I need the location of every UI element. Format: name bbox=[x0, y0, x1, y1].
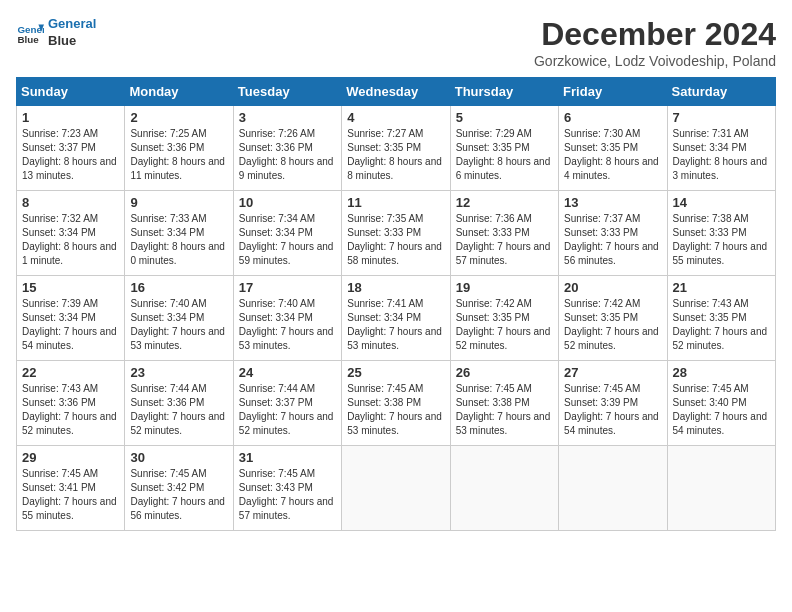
day-number: 17 bbox=[239, 280, 336, 295]
calendar-cell: 28Sunrise: 7:45 AMSunset: 3:40 PMDayligh… bbox=[667, 361, 775, 446]
day-info: Sunrise: 7:45 AMSunset: 3:39 PMDaylight:… bbox=[564, 382, 661, 438]
day-info: Sunrise: 7:34 AMSunset: 3:34 PMDaylight:… bbox=[239, 212, 336, 268]
logo-icon: General Blue bbox=[16, 19, 44, 47]
day-header-friday: Friday bbox=[559, 78, 667, 106]
day-info: Sunrise: 7:35 AMSunset: 3:33 PMDaylight:… bbox=[347, 212, 444, 268]
day-number: 9 bbox=[130, 195, 227, 210]
day-number: 26 bbox=[456, 365, 553, 380]
calendar-cell: 27Sunrise: 7:45 AMSunset: 3:39 PMDayligh… bbox=[559, 361, 667, 446]
calendar-cell: 14Sunrise: 7:38 AMSunset: 3:33 PMDayligh… bbox=[667, 191, 775, 276]
calendar-cell: 4Sunrise: 7:27 AMSunset: 3:35 PMDaylight… bbox=[342, 106, 450, 191]
day-header-thursday: Thursday bbox=[450, 78, 558, 106]
calendar-cell: 7Sunrise: 7:31 AMSunset: 3:34 PMDaylight… bbox=[667, 106, 775, 191]
day-number: 14 bbox=[673, 195, 770, 210]
day-info: Sunrise: 7:40 AMSunset: 3:34 PMDaylight:… bbox=[239, 297, 336, 353]
calendar-cell: 10Sunrise: 7:34 AMSunset: 3:34 PMDayligh… bbox=[233, 191, 341, 276]
svg-text:Blue: Blue bbox=[17, 34, 39, 45]
calendar-cell: 6Sunrise: 7:30 AMSunset: 3:35 PMDaylight… bbox=[559, 106, 667, 191]
day-number: 13 bbox=[564, 195, 661, 210]
calendar-cell: 5Sunrise: 7:29 AMSunset: 3:35 PMDaylight… bbox=[450, 106, 558, 191]
header-row: SundayMondayTuesdayWednesdayThursdayFrid… bbox=[17, 78, 776, 106]
day-number: 5 bbox=[456, 110, 553, 125]
day-number: 8 bbox=[22, 195, 119, 210]
day-info: Sunrise: 7:37 AMSunset: 3:33 PMDaylight:… bbox=[564, 212, 661, 268]
day-info: Sunrise: 7:33 AMSunset: 3:34 PMDaylight:… bbox=[130, 212, 227, 268]
day-number: 23 bbox=[130, 365, 227, 380]
day-header-monday: Monday bbox=[125, 78, 233, 106]
day-info: Sunrise: 7:42 AMSunset: 3:35 PMDaylight:… bbox=[564, 297, 661, 353]
day-number: 12 bbox=[456, 195, 553, 210]
day-number: 16 bbox=[130, 280, 227, 295]
calendar-cell: 15Sunrise: 7:39 AMSunset: 3:34 PMDayligh… bbox=[17, 276, 125, 361]
day-number: 11 bbox=[347, 195, 444, 210]
calendar-cell: 29Sunrise: 7:45 AMSunset: 3:41 PMDayligh… bbox=[17, 446, 125, 531]
day-info: Sunrise: 7:45 AMSunset: 3:38 PMDaylight:… bbox=[456, 382, 553, 438]
day-number: 22 bbox=[22, 365, 119, 380]
calendar-cell: 1Sunrise: 7:23 AMSunset: 3:37 PMDaylight… bbox=[17, 106, 125, 191]
day-info: Sunrise: 7:41 AMSunset: 3:34 PMDaylight:… bbox=[347, 297, 444, 353]
logo: General Blue General Blue bbox=[16, 16, 96, 50]
day-info: Sunrise: 7:32 AMSunset: 3:34 PMDaylight:… bbox=[22, 212, 119, 268]
day-header-saturday: Saturday bbox=[667, 78, 775, 106]
calendar-cell: 3Sunrise: 7:26 AMSunset: 3:36 PMDaylight… bbox=[233, 106, 341, 191]
calendar-cell: 13Sunrise: 7:37 AMSunset: 3:33 PMDayligh… bbox=[559, 191, 667, 276]
calendar-cell bbox=[667, 446, 775, 531]
day-number: 27 bbox=[564, 365, 661, 380]
day-info: Sunrise: 7:36 AMSunset: 3:33 PMDaylight:… bbox=[456, 212, 553, 268]
month-title: December 2024 bbox=[534, 16, 776, 53]
day-info: Sunrise: 7:44 AMSunset: 3:36 PMDaylight:… bbox=[130, 382, 227, 438]
day-info: Sunrise: 7:25 AMSunset: 3:36 PMDaylight:… bbox=[130, 127, 227, 183]
day-number: 1 bbox=[22, 110, 119, 125]
calendar-cell: 8Sunrise: 7:32 AMSunset: 3:34 PMDaylight… bbox=[17, 191, 125, 276]
day-number: 4 bbox=[347, 110, 444, 125]
day-info: Sunrise: 7:40 AMSunset: 3:34 PMDaylight:… bbox=[130, 297, 227, 353]
title-area: December 2024 Gorzkowice, Lodz Voivodesh… bbox=[534, 16, 776, 69]
calendar-cell: 2Sunrise: 7:25 AMSunset: 3:36 PMDaylight… bbox=[125, 106, 233, 191]
calendar-cell: 17Sunrise: 7:40 AMSunset: 3:34 PMDayligh… bbox=[233, 276, 341, 361]
day-info: Sunrise: 7:29 AMSunset: 3:35 PMDaylight:… bbox=[456, 127, 553, 183]
week-row-4: 22Sunrise: 7:43 AMSunset: 3:36 PMDayligh… bbox=[17, 361, 776, 446]
day-number: 29 bbox=[22, 450, 119, 465]
calendar-cell: 31Sunrise: 7:45 AMSunset: 3:43 PMDayligh… bbox=[233, 446, 341, 531]
day-number: 20 bbox=[564, 280, 661, 295]
calendar-cell: 21Sunrise: 7:43 AMSunset: 3:35 PMDayligh… bbox=[667, 276, 775, 361]
day-info: Sunrise: 7:31 AMSunset: 3:34 PMDaylight:… bbox=[673, 127, 770, 183]
calendar-cell: 25Sunrise: 7:45 AMSunset: 3:38 PMDayligh… bbox=[342, 361, 450, 446]
calendar-cell: 18Sunrise: 7:41 AMSunset: 3:34 PMDayligh… bbox=[342, 276, 450, 361]
day-info: Sunrise: 7:45 AMSunset: 3:38 PMDaylight:… bbox=[347, 382, 444, 438]
day-number: 28 bbox=[673, 365, 770, 380]
day-number: 25 bbox=[347, 365, 444, 380]
day-info: Sunrise: 7:27 AMSunset: 3:35 PMDaylight:… bbox=[347, 127, 444, 183]
calendar-cell: 19Sunrise: 7:42 AMSunset: 3:35 PMDayligh… bbox=[450, 276, 558, 361]
day-info: Sunrise: 7:45 AMSunset: 3:42 PMDaylight:… bbox=[130, 467, 227, 523]
day-number: 2 bbox=[130, 110, 227, 125]
day-info: Sunrise: 7:45 AMSunset: 3:40 PMDaylight:… bbox=[673, 382, 770, 438]
day-info: Sunrise: 7:43 AMSunset: 3:36 PMDaylight:… bbox=[22, 382, 119, 438]
day-number: 24 bbox=[239, 365, 336, 380]
day-info: Sunrise: 7:38 AMSunset: 3:33 PMDaylight:… bbox=[673, 212, 770, 268]
day-header-sunday: Sunday bbox=[17, 78, 125, 106]
week-row-1: 1Sunrise: 7:23 AMSunset: 3:37 PMDaylight… bbox=[17, 106, 776, 191]
calendar-cell: 24Sunrise: 7:44 AMSunset: 3:37 PMDayligh… bbox=[233, 361, 341, 446]
location-title: Gorzkowice, Lodz Voivodeship, Poland bbox=[534, 53, 776, 69]
day-info: Sunrise: 7:42 AMSunset: 3:35 PMDaylight:… bbox=[456, 297, 553, 353]
day-info: Sunrise: 7:23 AMSunset: 3:37 PMDaylight:… bbox=[22, 127, 119, 183]
day-header-tuesday: Tuesday bbox=[233, 78, 341, 106]
week-row-5: 29Sunrise: 7:45 AMSunset: 3:41 PMDayligh… bbox=[17, 446, 776, 531]
calendar-cell bbox=[450, 446, 558, 531]
day-number: 6 bbox=[564, 110, 661, 125]
day-info: Sunrise: 7:30 AMSunset: 3:35 PMDaylight:… bbox=[564, 127, 661, 183]
calendar-cell: 11Sunrise: 7:35 AMSunset: 3:33 PMDayligh… bbox=[342, 191, 450, 276]
day-header-wednesday: Wednesday bbox=[342, 78, 450, 106]
day-info: Sunrise: 7:26 AMSunset: 3:36 PMDaylight:… bbox=[239, 127, 336, 183]
calendar-table: SundayMondayTuesdayWednesdayThursdayFrid… bbox=[16, 77, 776, 531]
calendar-cell bbox=[559, 446, 667, 531]
calendar-cell: 20Sunrise: 7:42 AMSunset: 3:35 PMDayligh… bbox=[559, 276, 667, 361]
calendar-cell: 12Sunrise: 7:36 AMSunset: 3:33 PMDayligh… bbox=[450, 191, 558, 276]
week-row-3: 15Sunrise: 7:39 AMSunset: 3:34 PMDayligh… bbox=[17, 276, 776, 361]
header: General Blue General Blue December 2024 … bbox=[16, 16, 776, 69]
day-info: Sunrise: 7:45 AMSunset: 3:41 PMDaylight:… bbox=[22, 467, 119, 523]
calendar-cell: 22Sunrise: 7:43 AMSunset: 3:36 PMDayligh… bbox=[17, 361, 125, 446]
calendar-cell: 26Sunrise: 7:45 AMSunset: 3:38 PMDayligh… bbox=[450, 361, 558, 446]
logo-line1: General bbox=[48, 16, 96, 33]
